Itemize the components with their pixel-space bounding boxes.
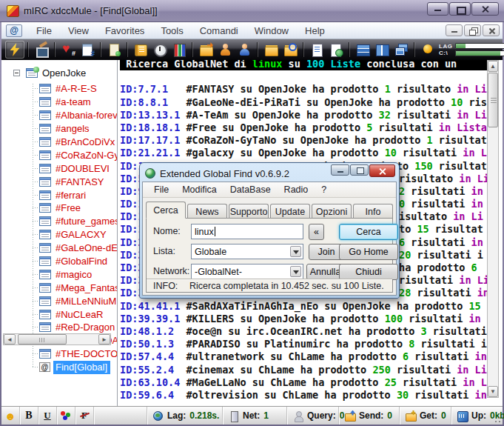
underline-toggle-icon[interactable]: U bbox=[38, 407, 57, 425]
history-back-button[interactable]: « bbox=[309, 224, 324, 240]
vertical-scroll-thumb[interactable] bbox=[488, 73, 498, 127]
result-line: ID:18.18.1 #Free su OpenJoke ha prodotto… bbox=[120, 122, 487, 134]
collapse-expander-icon[interactable] bbox=[13, 70, 20, 76]
sidebar-item-futuregames[interactable]: #future_games bbox=[3, 215, 118, 228]
cerca-button[interactable]: Cerca bbox=[339, 224, 398, 240]
sidebar-item-albaniaforev[interactable]: #Albania-forev bbox=[3, 109, 118, 122]
dialog-maximize-button[interactable] bbox=[350, 164, 369, 176]
notes-button[interactable] bbox=[307, 41, 326, 59]
cascade-windows-button[interactable] bbox=[392, 41, 411, 59]
dialog-menu-[interactable]: ? bbox=[315, 183, 333, 196]
menu-item-tools[interactable]: Tools bbox=[152, 24, 191, 38]
sidebar-item-galeonedei[interactable]: #GaLeOne-dEi- bbox=[3, 242, 118, 255]
menu-item-comandi[interactable]: Comandi bbox=[192, 24, 246, 38]
sidebar-item-free[interactable]: #Free bbox=[3, 202, 118, 215]
sidebar-item-fantasy[interactable]: #FANTASY bbox=[3, 175, 118, 188]
system-menu-icon[interactable]: @ bbox=[6, 24, 22, 37]
sidebar-item-megafantasy[interactable]: #Mega_Fantasy bbox=[3, 281, 118, 294]
sidebar-item-thedoctor[interactable]: #THE-DOCTOR bbox=[3, 347, 118, 361]
sidebar-item-reddragon[interactable]: #ReD-Dragon bbox=[3, 321, 118, 334]
query-user-button[interactable] bbox=[215, 41, 235, 59]
maximize-button[interactable] bbox=[449, 2, 471, 16]
sidebar-item-ares[interactable]: #A-R-E-S bbox=[3, 82, 118, 96]
channel-label: #ferrari bbox=[56, 190, 86, 201]
tab-cerca[interactable]: Cerca bbox=[146, 202, 186, 219]
scroll-down-button[interactable]: ▼ bbox=[488, 386, 498, 397]
connect-button[interactable] bbox=[5, 41, 24, 59]
dialog-menu-database[interactable]: DataBase bbox=[224, 183, 278, 196]
color-palette-icon[interactable] bbox=[57, 407, 75, 425]
resize-grip[interactable] bbox=[494, 416, 501, 423]
dialog-menu-modifica[interactable]: Modifica bbox=[175, 183, 224, 196]
nome-input[interactable]: linux bbox=[191, 224, 303, 239]
tab-supporto[interactable]: Supporto bbox=[229, 204, 269, 219]
result-line-fragment: ha prodotto 6 bbox=[399, 262, 477, 274]
menu-item-favorites[interactable]: Favorites bbox=[97, 24, 152, 38]
mdi-restore-button[interactable] bbox=[464, 24, 481, 36]
dialog-menu-radio[interactable]: Radio bbox=[278, 183, 315, 196]
horizontal-scroll-thumb[interactable] bbox=[18, 334, 67, 345]
dcc-send-button[interactable] bbox=[196, 41, 215, 59]
sidebar-item-angels[interactable]: #angels bbox=[3, 122, 118, 136]
address-book-button[interactable] bbox=[131, 41, 150, 59]
sidebar-item-doublevi[interactable]: #DOUBLEVI bbox=[3, 162, 118, 175]
menu-item-view[interactable]: View bbox=[60, 24, 97, 38]
mdi-close-button[interactable] bbox=[483, 24, 500, 36]
minimize-button[interactable] bbox=[427, 2, 448, 16]
sidebar-item-millennium[interactable]: #MiLLeNNiuM bbox=[3, 294, 118, 307]
chevron-down-icon[interactable] bbox=[290, 246, 301, 257]
logbooks-button[interactable] bbox=[169, 41, 189, 59]
tab-info[interactable]: Info bbox=[353, 204, 393, 219]
lista-select[interactable]: Globale bbox=[191, 244, 303, 259]
options-button[interactable] bbox=[32, 41, 51, 59]
mdi-minimize-button[interactable] bbox=[446, 24, 463, 36]
tree-root-openjoke[interactable]: OpenJoke bbox=[3, 66, 86, 79]
sidebar-item-magico[interactable]: #magico bbox=[3, 267, 118, 281]
file-search-button[interactable] bbox=[280, 41, 300, 59]
dialog-menu-file[interactable]: File bbox=[147, 183, 175, 196]
dialog-close-button[interactable] bbox=[369, 164, 395, 177]
scroll-left-button[interactable]: ◄ bbox=[4, 334, 16, 345]
url-catcher-button[interactable] bbox=[326, 41, 346, 59]
sidebar-item-ferrari[interactable]: #ferrari bbox=[3, 188, 118, 202]
info-row: INFO: Ricerca completata in 10.452 sec. … bbox=[147, 281, 392, 294]
sidebar-item-ateam[interactable]: #a-team bbox=[3, 96, 118, 109]
chevron-down-icon[interactable] bbox=[290, 266, 301, 277]
toolbar-icons bbox=[5, 41, 437, 59]
close-button[interactable] bbox=[471, 2, 499, 16]
go-home-button[interactable]: Go Home bbox=[339, 244, 398, 260]
scripts-editor-button[interactable] bbox=[104, 41, 124, 59]
notify-user-button[interactable] bbox=[235, 41, 254, 59]
font-off-icon[interactable]: F bbox=[75, 407, 94, 425]
send-folder-button[interactable] bbox=[261, 41, 280, 59]
menu-item-help[interactable]: Help bbox=[297, 24, 333, 38]
dialog-minimize-button[interactable] bbox=[331, 164, 349, 176]
sidebar-item-brancodivx[interactable]: #BrAnCoDiVx bbox=[3, 136, 118, 149]
timer-button[interactable] bbox=[150, 41, 169, 59]
scroll-up-button[interactable]: ▲ bbox=[488, 61, 498, 72]
sidebar-item-find-global[interactable]: Find[Global] bbox=[3, 361, 118, 374]
tile-vertical-button[interactable] bbox=[372, 41, 392, 59]
status-label: Up: bbox=[471, 410, 486, 421]
favorites-button[interactable] bbox=[58, 41, 78, 59]
status-ball-button[interactable] bbox=[418, 41, 437, 59]
smiley-icon[interactable]: ☻ bbox=[1, 407, 20, 425]
scroll-right-button[interactable]: ► bbox=[98, 334, 110, 345]
chiudi-button[interactable]: Chiudi bbox=[339, 264, 398, 280]
tree-stub-line bbox=[33, 101, 39, 102]
sidebar-item-globalfind[interactable]: #GlobalFind bbox=[3, 255, 118, 268]
result-line: ID:17.17.1 #CoRaZoN-GyTaNo su OpenJoke h… bbox=[120, 134, 487, 147]
channels-list-button[interactable] bbox=[78, 41, 97, 59]
sidebar-item-nuclear[interactable]: #NuCLeaR bbox=[3, 307, 118, 321]
tab-update[interactable]: Update bbox=[270, 204, 310, 219]
sidebar-item-galacxy[interactable]: #GALACXY bbox=[3, 228, 118, 242]
tile-horizontal-button[interactable] bbox=[353, 41, 372, 59]
tree-stub-line bbox=[33, 247, 39, 248]
tab-opzioni[interactable]: Opzioni bbox=[312, 204, 352, 219]
network-select[interactable]: -GlobalNet- bbox=[191, 264, 303, 279]
menu-item-window[interactable]: Window bbox=[246, 24, 297, 38]
bold-toggle-icon[interactable]: B bbox=[20, 407, 38, 425]
sidebar-item-corazongyt[interactable]: #CoRaZoN-GyT bbox=[3, 148, 118, 162]
tab-news[interactable]: News bbox=[187, 204, 227, 219]
menu-item-file[interactable]: File bbox=[28, 24, 60, 38]
